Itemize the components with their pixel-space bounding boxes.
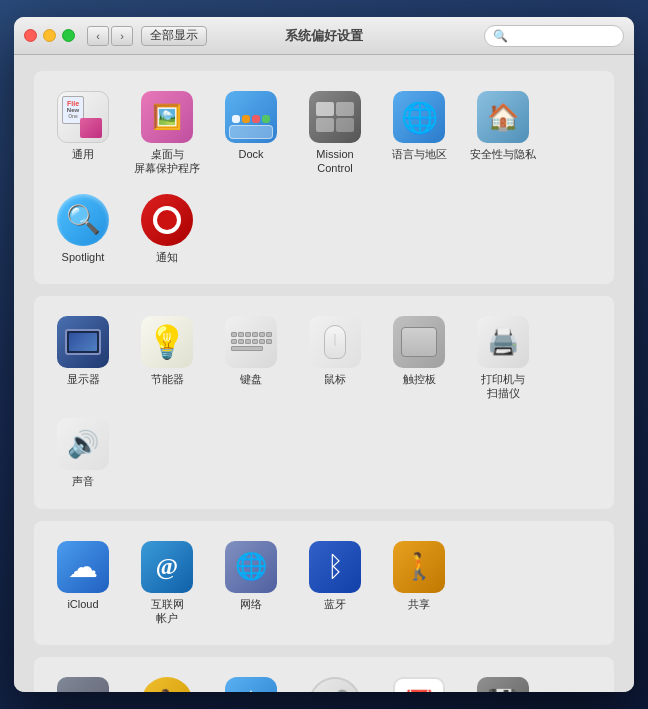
icon-item-appstore[interactable]: App Store [212,671,290,692]
close-button[interactable] [24,29,37,42]
internet-icon: @ [141,541,193,593]
icloud-label: iCloud [67,597,98,611]
icon-item-mouse[interactable]: 鼠标 [296,310,374,407]
trackpad-label: 触控板 [403,372,436,386]
icon-item-dock[interactable]: Dock [212,85,290,182]
icon-item-internet[interactable]: @互联网 帐户 [128,535,206,632]
system-preferences-window: ‹ › 全部显示 系统偏好设置 🔍 File New One 通用🖼️桌面与 屏… [14,17,634,692]
network-icon: 🌐 [225,541,277,593]
icon-item-security[interactable]: 🏠安全性与隐私 [464,85,542,182]
search-input[interactable] [512,29,615,43]
display-label: 显示器 [67,372,100,386]
internet-label: 互联网 帐户 [151,597,184,626]
display-icon [57,316,109,368]
printer-icon: 🖨️ [477,316,529,368]
network-label: 网络 [240,597,262,611]
general-icon: File New One [57,91,109,143]
notify-label: 通知 [156,250,178,264]
mission-label: Mission Control [316,147,353,176]
maximize-button[interactable] [62,29,75,42]
icon-item-trackpad[interactable]: 触控板 [380,310,458,407]
printer-label: 打印机与 扫描仪 [481,372,525,401]
icon-item-mission[interactable]: Mission Control [296,85,374,182]
section-internet: ☁iCloud@互联网 帐户🌐网络ᛒ蓝牙🚶共享 [34,521,614,646]
desktop-icon: 🖼️ [141,91,193,143]
appstore-icon [225,677,277,692]
startup-icon: 💾 [477,677,529,692]
search-box[interactable]: 🔍 [484,25,624,47]
bluetooth-label: 蓝牙 [324,597,346,611]
forward-button[interactable]: › [111,26,133,46]
minimize-button[interactable] [43,29,56,42]
icon-item-printer[interactable]: 🖨️打印机与 扫描仪 [464,310,542,407]
trackpad-icon [393,316,445,368]
icon-item-keyboard[interactable]: 键盘 [212,310,290,407]
energy-icon: 💡 [141,316,193,368]
sharing-icon: 🚶 [393,541,445,593]
sharing-label: 共享 [408,597,430,611]
icon-item-notify[interactable]: 通知 [128,188,206,270]
general-label: 通用 [72,147,94,161]
spotlight-label: Spotlight [62,250,105,264]
mouse-icon [309,316,361,368]
icon-item-datetime[interactable]: 📅日期与时间 [380,671,458,692]
icon-item-spotlight[interactable]: 🔍Spotlight [44,188,122,270]
sound-label: 声音 [72,474,94,488]
icon-item-language[interactable]: 🌐语言与地区 [380,85,458,182]
mouse-label: 鼠标 [324,372,346,386]
bluetooth-icon: ᛒ [309,541,361,593]
icon-item-dictation[interactable]: 🎤听写与语音 [296,671,374,692]
section-system: 👥用户与群组🚶家长控制 App Store🎤听写与语音📅日期与时间💾启动磁盘⏰T… [34,657,614,692]
desktop-label: 桌面与 屏幕保护程序 [134,147,200,176]
icon-item-icloud[interactable]: ☁iCloud [44,535,122,632]
icon-item-users[interactable]: 👥用户与群组 [44,671,122,692]
parental-icon: 🚶 [141,677,193,692]
keyboard-icon [225,316,277,368]
energy-label: 节能器 [151,372,184,386]
dictation-icon: 🎤 [309,677,361,692]
keyboard-label: 键盘 [240,372,262,386]
spotlight-icon: 🔍 [57,194,109,246]
icon-item-parental[interactable]: 🚶家长控制 [128,671,206,692]
icon-item-display[interactable]: 显示器 [44,310,122,407]
icon-item-general[interactable]: File New One 通用 [44,85,122,182]
notify-icon [141,194,193,246]
window-title: 系统偏好设置 [285,27,363,45]
show-all-button[interactable]: 全部显示 [141,26,207,46]
search-icon: 🔍 [493,29,508,43]
mission-icon [309,91,361,143]
section-hardware: 显示器💡节能器 键盘 鼠标 触控板🖨️打印机与 扫描仪🔊声音 [34,296,614,509]
icloud-icon: ☁ [57,541,109,593]
sound-icon: 🔊 [57,418,109,470]
icon-item-network[interactable]: 🌐网络 [212,535,290,632]
content-area: File New One 通用🖼️桌面与 屏幕保护程序 Dock Mission… [14,55,634,692]
back-button[interactable]: ‹ [87,26,109,46]
icon-item-energy[interactable]: 💡节能器 [128,310,206,407]
icon-item-bluetooth[interactable]: ᛒ蓝牙 [296,535,374,632]
nav-buttons: ‹ › [87,26,133,46]
section-personal: File New One 通用🖼️桌面与 屏幕保护程序 Dock Mission… [34,71,614,284]
icon-item-sharing[interactable]: 🚶共享 [380,535,458,632]
language-label: 语言与地区 [392,147,447,161]
dock-icon [225,91,277,143]
traffic-lights [24,29,75,42]
icon-item-startup[interactable]: 💾启动磁盘 [464,671,542,692]
language-icon: 🌐 [393,91,445,143]
icon-item-desktop[interactable]: 🖼️桌面与 屏幕保护程序 [128,85,206,182]
security-label: 安全性与隐私 [470,147,536,161]
security-icon: 🏠 [477,91,529,143]
titlebar: ‹ › 全部显示 系统偏好设置 🔍 [14,17,634,55]
users-icon: 👥 [57,677,109,692]
dock-label: Dock [238,147,263,161]
datetime-icon: 📅 [393,677,445,692]
icon-item-sound[interactable]: 🔊声音 [44,412,122,494]
